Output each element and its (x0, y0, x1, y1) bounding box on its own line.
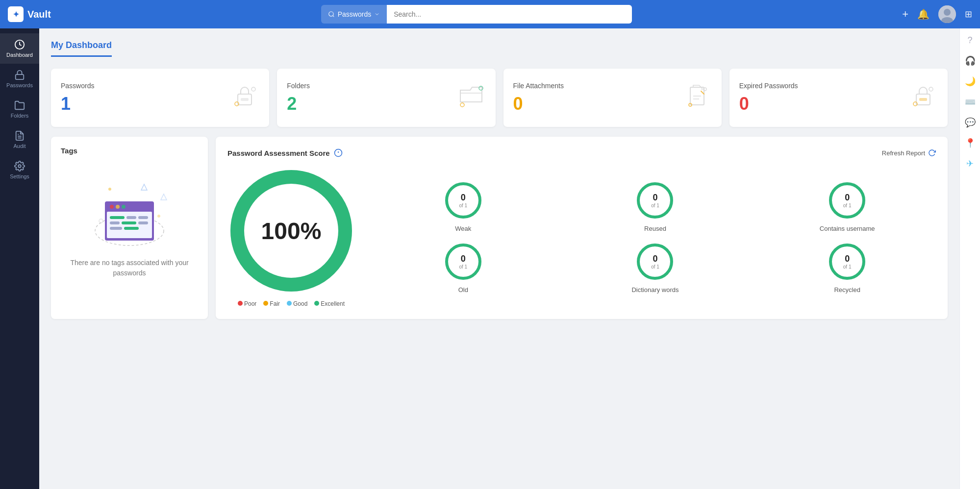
svg-point-34 (122, 205, 126, 209)
metric-username-num: 0 (843, 193, 852, 203)
assessment-body: 100% Poor Fair Good Excellent (227, 167, 936, 307)
send-icon[interactable]: ✈ (966, 158, 974, 169)
metric-reused-num: 0 (651, 193, 659, 203)
sidebar: Dashboard Passwords Folders Audit Settin… (0, 28, 39, 489)
app-logo[interactable]: ✦ Vault (8, 6, 51, 22)
metric-weak: 0 of 1 Weak (375, 181, 552, 232)
bell-icon[interactable]: 🔔 (917, 8, 930, 20)
moon-icon[interactable]: 🌙 (965, 76, 976, 87)
add-icon[interactable]: + (902, 8, 908, 21)
sidebar-item-dashboard-label: Dashboard (6, 52, 33, 58)
stat-card-passwords[interactable]: Passwords 1 (51, 69, 269, 127)
sidebar-item-passwords-label: Passwords (6, 82, 33, 88)
svg-rect-41 (138, 221, 148, 224)
svg-rect-37 (126, 216, 136, 219)
right-panel: ? 🎧 🌙 ⌨️ 💬 📍 ✈ (959, 28, 980, 489)
stat-label-file-attachments: File Attachments (513, 82, 564, 90)
passwords-icon (230, 80, 259, 115)
sidebar-item-audit[interactable]: Audit (0, 124, 39, 155)
sidebar-item-audit-label: Audit (13, 143, 25, 149)
sidebar-item-passwords[interactable]: Passwords (0, 64, 39, 94)
stat-value-file-attachments: 0 (513, 94, 564, 114)
svg-point-15 (460, 103, 464, 107)
svg-point-23 (929, 87, 933, 91)
app-name: Vault (27, 9, 51, 20)
legend-good: Good (287, 300, 307, 307)
stat-label-passwords: Passwords (61, 82, 94, 90)
svg-point-0 (328, 12, 333, 16)
metric-old: 0 of 1 Old (375, 242, 552, 293)
metric-reused-denom: of 1 (651, 203, 659, 208)
stat-label-folders: Folders (287, 82, 310, 90)
metric-recycled-num: 0 (843, 254, 852, 264)
stat-card-file-attachments[interactable]: File Attachments 0 (503, 69, 722, 127)
sidebar-item-dashboard[interactable]: Dashboard (0, 33, 39, 64)
search-scope-label: Passwords (338, 10, 371, 18)
stat-value-expired: 0 (739, 94, 798, 114)
metric-weak-denom: of 1 (459, 203, 467, 208)
metric-username-label: Contains username (820, 225, 875, 232)
topbar: ✦ Vault Passwords + 🔔 ⊞ (0, 0, 980, 28)
stat-card-expired-passwords[interactable]: Expired Passwords 0 (729, 69, 948, 127)
metric-dictionary-num: 0 (651, 254, 659, 264)
svg-rect-42 (110, 227, 122, 230)
map-pin-icon[interactable]: 📍 (965, 138, 976, 148)
svg-point-32 (110, 205, 114, 209)
metrics-grid: 0 of 1 Weak 0 (375, 181, 936, 293)
chat-icon[interactable]: 💬 (965, 117, 976, 128)
tags-card-title: Tags (61, 147, 198, 155)
stat-card-expired-left: Expired Passwords 0 (739, 82, 798, 114)
svg-point-25 (108, 188, 111, 191)
donut-center: 100% (261, 218, 322, 244)
user-avatar[interactable] (938, 5, 956, 23)
sidebar-item-settings[interactable]: Settings (0, 155, 39, 185)
svg-rect-38 (138, 216, 148, 219)
stat-card-passwords-left: Passwords 1 (61, 82, 94, 114)
legend-fair: Fair (263, 300, 280, 307)
score-percent: 100% (261, 218, 322, 244)
keyboard-icon[interactable]: ⌨️ (965, 97, 976, 107)
svg-line-1 (332, 16, 334, 17)
metric-old-denom: of 1 (459, 264, 467, 269)
stats-row: Passwords 1 Folders 2 (51, 69, 948, 127)
svg-point-3 (944, 9, 951, 16)
metric-contains-username: 0 of 1 Contains username (758, 181, 936, 232)
svg-rect-6 (16, 74, 24, 79)
sidebar-item-folders[interactable]: Folders (0, 94, 39, 124)
metric-recycled-label: Recycled (834, 286, 860, 293)
svg-point-33 (116, 205, 120, 209)
search-input[interactable] (387, 5, 632, 24)
stat-card-folders-left: Folders 2 (287, 82, 310, 114)
stat-label-expired: Expired Passwords (739, 82, 798, 90)
metric-dictionary-denom: of 1 (651, 264, 659, 269)
main-content: My Dashboard Passwords 1 Folders 2 (39, 28, 959, 489)
tags-empty-text: There are no tags associated with your p… (66, 258, 193, 278)
metric-weak-num: 0 (459, 193, 467, 203)
stat-card-folders[interactable]: Folders 2 (277, 69, 495, 127)
tags-illustration (75, 174, 183, 258)
metric-weak-circle: 0 of 1 (444, 181, 483, 220)
svg-marker-26 (141, 184, 147, 190)
tags-card: Tags (51, 137, 208, 319)
topbar-actions: + 🔔 ⊞ (902, 5, 972, 23)
svg-point-9 (18, 165, 21, 168)
sidebar-item-folders-label: Folders (11, 113, 29, 119)
legend-excellent: Excellent (314, 300, 345, 307)
search-scope-selector[interactable]: Passwords (321, 5, 387, 24)
help-icon[interactable]: ? (967, 35, 972, 46)
metric-dictionary-words: 0 of 1 Dictionary words (567, 242, 744, 293)
svg-rect-40 (122, 221, 136, 224)
expired-passwords-icon (908, 80, 938, 115)
svg-rect-39 (110, 221, 120, 224)
refresh-report-button[interactable]: Refresh Report (882, 149, 936, 157)
headset-icon[interactable]: 🎧 (965, 55, 976, 66)
stat-card-file-attachments-left: File Attachments 0 (513, 82, 564, 114)
donut-chart: 100% (227, 167, 355, 294)
stat-value-passwords: 1 (61, 94, 94, 114)
folders-icon (456, 80, 486, 115)
logo-icon: ✦ (8, 6, 24, 22)
metric-recycled-denom: of 1 (843, 264, 852, 269)
metric-recycled-circle: 0 of 1 (828, 242, 867, 281)
grid-icon[interactable]: ⊞ (965, 9, 972, 20)
svg-point-28 (157, 215, 160, 218)
